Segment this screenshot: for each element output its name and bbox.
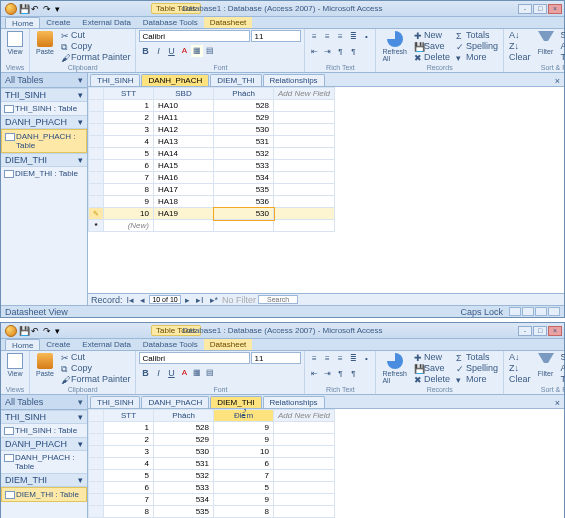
cell-stt[interactable]: 7: [104, 172, 154, 184]
cell-phach[interactable]: 528: [214, 100, 274, 112]
cell-empty[interactable]: [274, 136, 335, 148]
row-selector[interactable]: [89, 184, 104, 196]
sort-asc-button[interactable]: A↓: [507, 30, 533, 40]
table-row[interactable]: 85358: [89, 506, 335, 518]
cell-sbd[interactable]: HA13: [154, 136, 214, 148]
cell-stt[interactable]: 6: [104, 160, 154, 172]
cell-empty[interactable]: [274, 422, 335, 434]
tab-database-tools[interactable]: Database Tools: [137, 17, 204, 28]
cell-sbd[interactable]: HA14: [154, 148, 214, 160]
new-record-row[interactable]: (New): [89, 220, 335, 232]
cell-sbd[interactable]: HA11: [154, 112, 214, 124]
doc-tab-danh-phach[interactable]: DANH_PhACH: [141, 396, 209, 408]
row-selector[interactable]: [89, 446, 104, 458]
table-row[interactable]: 1HA10528: [89, 100, 335, 112]
nav-group-header[interactable]: THI_SINH▾: [1, 410, 87, 424]
cell-empty[interactable]: [274, 458, 335, 470]
close-button[interactable]: ×: [548, 326, 562, 336]
nav-group-header[interactable]: DANH_PHACH▾: [1, 437, 87, 451]
maximize-button[interactable]: □: [533, 326, 547, 336]
tab-home[interactable]: Home: [5, 17, 40, 28]
table-row[interactable]: 6HA15533: [89, 160, 335, 172]
save-icon[interactable]: 💾: [19, 326, 29, 336]
table-row[interactable]: 7HA16534: [89, 172, 335, 184]
row-selector[interactable]: [89, 136, 104, 148]
qat-dropdown-icon[interactable]: ▾: [55, 4, 65, 14]
cell-phach[interactable]: 534: [154, 494, 214, 506]
cell-empty[interactable]: [274, 112, 335, 124]
row-selector[interactable]: [89, 494, 104, 506]
cell-stt[interactable]: 7: [104, 494, 154, 506]
cell-sbd[interactable]: HA15: [154, 160, 214, 172]
font-name-combo[interactable]: [139, 30, 250, 42]
cell-empty[interactable]: [274, 446, 335, 458]
table-row[interactable]: 15289: [89, 422, 335, 434]
doc-tab-thi-sinh[interactable]: THI_SINH: [90, 74, 140, 86]
cell-stt[interactable]: 3: [104, 124, 154, 136]
gridlines-button[interactable]: ▤: [204, 367, 216, 379]
italic-button[interactable]: I: [152, 45, 164, 57]
qat-dropdown-icon[interactable]: ▾: [55, 326, 65, 336]
copy-button[interactable]: ⧉Copy: [59, 41, 133, 51]
save-record-button[interactable]: 💾Save: [412, 41, 452, 51]
cell-stt[interactable]: 6: [104, 482, 154, 494]
format-painter-button[interactable]: 🖌Format Painter: [59, 374, 133, 384]
maximize-button[interactable]: □: [533, 4, 547, 14]
cell-phach[interactable]: 531: [154, 458, 214, 470]
refresh-all-button[interactable]: Refresh All: [379, 352, 410, 385]
col-header-stt[interactable]: STT: [104, 88, 154, 100]
cell-phach[interactable]: 536: [214, 196, 274, 208]
close-tab-button[interactable]: ×: [551, 76, 564, 86]
nav-item[interactable]: THI_SINH : Table: [1, 424, 87, 437]
cell-empty[interactable]: [274, 172, 335, 184]
nav-group-header[interactable]: DANH_PHACH▾: [1, 115, 87, 129]
datasheet-grid[interactable]: STT SBD Phách Add New Field 1HA105282HA1…: [88, 87, 564, 293]
bold-button[interactable]: B: [139, 45, 151, 57]
totals-button[interactable]: ΣTotals: [454, 30, 500, 40]
nav-group-header[interactable]: DIEM_THI▾: [1, 473, 87, 487]
table-row[interactable]: 10HA19530: [89, 208, 335, 220]
office-button[interactable]: [5, 325, 17, 337]
tab-create[interactable]: Create: [40, 17, 76, 28]
copy-button[interactable]: ⧉Copy: [59, 363, 133, 373]
nav-item[interactable]: DIEM_THI : Table: [1, 487, 87, 502]
table-row[interactable]: 45316: [89, 458, 335, 470]
gridlines-button[interactable]: ▤: [204, 45, 216, 57]
first-record-button[interactable]: I◂: [125, 295, 137, 305]
align-center-button[interactable]: ≡: [321, 31, 333, 43]
paste-button[interactable]: Paste: [33, 352, 57, 378]
select-all-corner[interactable]: [89, 410, 104, 422]
rtl-button[interactable]: ¶: [347, 46, 359, 58]
underline-button[interactable]: U: [165, 45, 177, 57]
toggle-filter-button[interactable]: Toggle Filter: [559, 52, 565, 62]
table-row[interactable]: 75349: [89, 494, 335, 506]
nav-header[interactable]: All Tables▾: [1, 73, 87, 88]
underline-button[interactable]: U: [165, 367, 177, 379]
doc-tab-diem-thi[interactable]: DIEM_THI: [210, 74, 261, 86]
cell-phach[interactable]: 532: [214, 148, 274, 160]
cell-phach[interactable]: 530: [154, 446, 214, 458]
font-size-combo[interactable]: [251, 352, 301, 364]
tab-datasheet[interactable]: Datasheet: [204, 339, 252, 350]
new-record-nav-button[interactable]: ▸*: [208, 295, 221, 305]
row-selector[interactable]: [89, 482, 104, 494]
table-row[interactable]: 8HA17535: [89, 184, 335, 196]
view-button[interactable]: View: [4, 352, 26, 378]
delete-record-button[interactable]: ✖Delete: [412, 52, 452, 62]
table-row[interactable]: 2HA11529: [89, 112, 335, 124]
table-row[interactable]: 65335: [89, 482, 335, 494]
col-header-sbd[interactable]: SBD: [154, 88, 214, 100]
save-icon[interactable]: 💾: [19, 4, 29, 14]
cell-diem[interactable]: 5: [214, 482, 274, 494]
design-view-button[interactable]: [548, 307, 560, 316]
row-selector[interactable]: [89, 196, 104, 208]
pivot-table-view-button[interactable]: [522, 307, 534, 316]
row-selector[interactable]: [89, 172, 104, 184]
cell-stt[interactable]: 8: [104, 506, 154, 518]
align-right-button[interactable]: ≡: [334, 31, 346, 43]
next-record-button[interactable]: ▸: [183, 295, 192, 305]
cell-phach[interactable]: 534: [214, 172, 274, 184]
row-selector[interactable]: [89, 220, 104, 232]
cell-sbd[interactable]: HA19: [154, 208, 214, 220]
fill-color-button[interactable]: ▦: [191, 367, 203, 379]
